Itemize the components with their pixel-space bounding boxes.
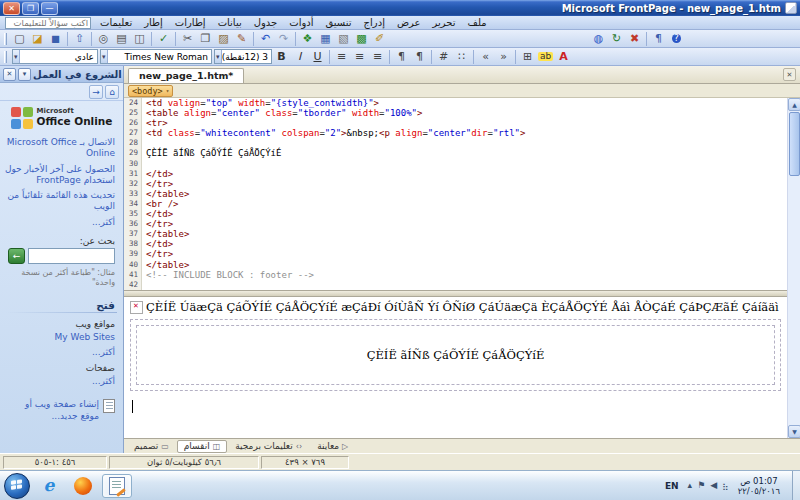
cut-icon[interactable]: ✂ <box>179 31 196 47</box>
undo-icon[interactable]: ↶ <box>257 31 274 47</box>
insert-picture-icon[interactable]: ▩ <box>353 31 370 47</box>
start-button[interactable] <box>4 473 30 499</box>
open-group-link[interactable]: أكثر... <box>0 374 123 389</box>
bullets-icon[interactable]: ∷ <box>453 49 470 65</box>
minimize-window-button[interactable]: — <box>41 2 58 15</box>
toolbar-grip[interactable] <box>4 33 7 45</box>
task-pane-link[interactable]: الحصول على آخر الأخبار حول استخدام Front… <box>0 162 123 189</box>
menu-item[interactable]: أدوات <box>283 17 319 28</box>
new-page-icon[interactable]: ▢ <box>11 31 28 47</box>
menu-item[interactable]: تحرير <box>426 17 461 28</box>
open-section-title: فتح <box>0 295 123 312</box>
help-icon[interactable]: ? <box>668 31 685 47</box>
font-color-icon[interactable]: A <box>555 49 572 65</box>
task-pane-link[interactable]: الاتصال بـ Microsoft Office Online <box>0 135 123 162</box>
print-preview-icon[interactable]: ◫ <box>131 31 148 47</box>
save-icon[interactable]: ◼ <box>47 31 64 47</box>
publish-site-icon[interactable]: ⇧ <box>71 31 88 47</box>
style-combo[interactable]: عادي ▾ <box>12 49 98 64</box>
frontpage-taskbar-icon[interactable] <box>102 474 132 498</box>
quick-tag-selector[interactable]: <body> ▾ <box>128 85 173 97</box>
editor-area: new_page_1.htm* ✕ <body> ▾ 24<td valign=… <box>124 66 800 453</box>
menu-item[interactable]: عرض <box>391 17 427 28</box>
open-group-link[interactable]: أكثر... <box>0 345 123 360</box>
underline-icon[interactable]: U <box>309 49 326 65</box>
menu-item[interactable]: إدراج <box>358 17 391 28</box>
menu-item[interactable]: تنسيق <box>320 17 358 28</box>
align-center-icon[interactable]: ≡ <box>351 49 368 65</box>
align-right-icon[interactable]: ≡ <box>333 49 350 65</box>
align-left-icon[interactable]: ≡ <box>369 49 386 65</box>
menu-item[interactable]: تعليمات <box>94 17 138 28</box>
back-icon[interactable]: → <box>89 85 103 99</box>
stop-icon[interactable]: ✖ <box>626 31 643 47</box>
format-painter-icon[interactable]: ✎ <box>233 31 250 47</box>
italic-icon[interactable]: I <box>291 49 308 65</box>
scrollbar-thumb[interactable] <box>789 112 800 176</box>
language-indicator[interactable]: EN <box>661 480 683 492</box>
volume-icon[interactable]: ◀ <box>710 481 717 490</box>
view-tab-code[interactable]: ‹›تعليمات برمجية <box>228 440 309 453</box>
web-component-icon[interactable]: ❖ <box>299 31 316 47</box>
increase-indent-icon[interactable]: » <box>495 49 512 65</box>
show-desktop-button[interactable] <box>792 471 800 500</box>
open-group-link[interactable]: My Web Sites <box>0 330 123 345</box>
task-pane-link[interactable]: أكثر... <box>0 215 123 230</box>
view-tab-preview[interactable]: ▷معاينة <box>310 440 355 453</box>
menu-item[interactable]: ملف <box>462 17 493 28</box>
search-input[interactable] <box>28 248 115 264</box>
refresh-icon[interactable]: ↻ <box>608 31 625 47</box>
paste-icon[interactable]: ▨ <box>215 31 232 47</box>
insert-table-icon[interactable]: ▦ <box>317 31 334 47</box>
view-tab-split[interactable]: ◫انقسام <box>177 440 227 453</box>
internet-explorer-taskbar-icon[interactable]: e <box>34 474 64 498</box>
copy-icon[interactable]: ❐ <box>197 31 214 47</box>
drawing-icon[interactable]: ✐ <box>371 31 388 47</box>
open-folder-icon[interactable]: ◪ <box>29 31 46 47</box>
bold-icon[interactable]: B <box>273 49 290 65</box>
split-view-divider[interactable] <box>124 290 787 297</box>
menu-item[interactable]: إطارات <box>169 17 212 28</box>
design-view[interactable]: ÇÈÍË ÚäæÇä ÇáÕÝÍÉ ÇáÅÖÇÝíÉ æÇáÐí ÓíÙåÑ Ý… <box>124 297 787 438</box>
toolbar-grip[interactable] <box>4 51 7 63</box>
scroll-down-icon[interactable]: ▼ <box>788 425 800 438</box>
task-pane-link[interactable]: تحديث هذه القائمة تلقائياً من الويب <box>0 188 123 215</box>
close-document-icon[interactable]: ✕ <box>783 68 796 81</box>
show-all-icon[interactable]: ¶ <box>650 31 667 47</box>
search-icon[interactable]: ◎ <box>95 31 112 47</box>
hidden-icons-chevron[interactable]: ▴ <box>688 481 693 490</box>
document-tab[interactable]: new_page_1.htm* <box>128 68 244 83</box>
create-page-link[interactable]: إنشاء صفحة ويب أو موقع جديد... <box>8 399 99 422</box>
close-window-button[interactable]: ✕ <box>3 2 20 15</box>
font-combo[interactable]: Times New Roman ▾ <box>100 49 212 64</box>
action-center-icon[interactable]: ⚑ <box>697 481 705 490</box>
code-view[interactable]: 24<td valign="top" width="{style_contwid… <box>124 98 787 290</box>
search-go-button[interactable]: ← <box>8 248 25 264</box>
print-icon[interactable]: ▤ <box>113 31 130 47</box>
network-icon[interactable]: ⣦ <box>722 481 729 490</box>
font-size-combo[interactable]: 3 (12نقطة) ▾ <box>214 49 272 64</box>
menu-item[interactable]: إطار <box>138 17 169 28</box>
hyperlink-icon[interactable]: ◍ <box>590 31 607 47</box>
firefox-taskbar-icon[interactable] <box>68 474 98 498</box>
borders-icon[interactable]: ⊞ <box>519 49 536 65</box>
help-question-input[interactable] <box>5 17 91 29</box>
menu-item[interactable]: بيانات <box>212 17 248 28</box>
spelling-icon[interactable]: ✓ <box>155 31 172 47</box>
redo-icon[interactable]: ↷ <box>275 31 292 47</box>
menu-item[interactable]: جدول <box>248 17 284 28</box>
numbering-icon[interactable]: # <box>435 49 452 65</box>
taskbar-clock[interactable]: 01:07 ص ٢٢/٠٥/٢٠١٦ <box>734 476 784 496</box>
maximize-window-button[interactable]: ❐ <box>22 2 39 15</box>
pane-menu-chevron-icon[interactable]: ▾ <box>18 68 31 81</box>
home-icon[interactable]: ⌂ <box>105 85 119 99</box>
highlight-icon[interactable]: ab <box>537 49 554 65</box>
ltr-paragraph-icon[interactable]: ¶ <box>411 49 428 65</box>
view-tab-design[interactable]: ▭تصميم <box>127 440 176 453</box>
insert-layer-icon[interactable]: ▧ <box>335 31 352 47</box>
close-pane-icon[interactable]: ✕ <box>3 68 16 81</box>
decrease-indent-icon[interactable]: « <box>477 49 494 65</box>
scroll-up-icon[interactable]: ▲ <box>788 98 800 111</box>
vertical-scrollbar[interactable]: ▲ ▼ <box>787 98 800 438</box>
rtl-paragraph-icon[interactable]: ¶ <box>393 49 410 65</box>
